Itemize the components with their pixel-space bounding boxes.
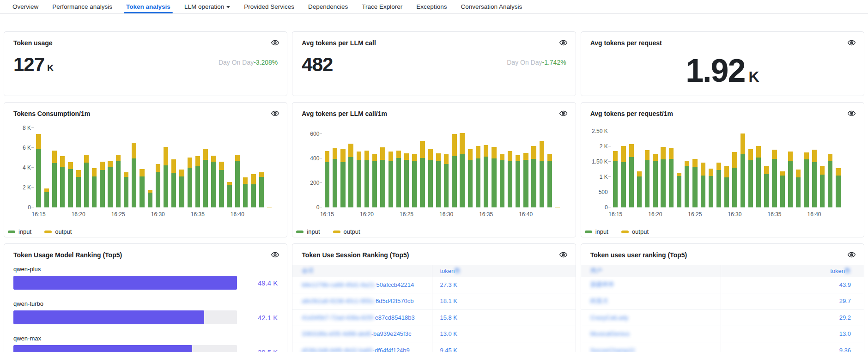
bar-segment-output [259,172,264,177]
session-id-link[interactable]: e87cd85418b3 [375,314,415,321]
legend-item-input[interactable]: input [296,228,320,235]
y-axis-tick-label: 8 K [12,125,31,131]
bar-segment-input [629,157,634,207]
user-name-link-blurred[interactable]: 新疆烤串 [590,280,614,289]
bar-segment-input [613,161,618,207]
bar-slot [627,124,635,207]
tab-provided-services[interactable]: Provided Services [237,0,301,13]
stacked-bar [380,147,385,207]
tab-exceptions[interactable]: Exceptions [409,0,454,13]
tab-token-analysis[interactable]: Token analysis [119,0,177,13]
tab-label: LLM operation [184,3,224,10]
token-count: 29.2 [839,314,851,321]
user-name-link-blurred[interactable]: SoccerChamp22 [590,347,635,352]
bar-segment-output [804,152,808,159]
chart-plot[interactable]: 020040060016:1516:2016:2516:3016:3516:40 [323,124,561,207]
bar-segment-output [219,162,224,170]
name-cell: 336318fa-ef35-4d98-abd5-ba939e245f3c [292,326,432,342]
column-header: 会话 [292,265,432,277]
stacked-bar [724,166,729,207]
eye-icon [847,250,856,259]
ranking-bar-fill[interactable] [13,345,192,352]
tab-overview[interactable]: Overview [6,0,45,13]
bar-segment-output [748,149,753,160]
legend-item-output[interactable]: output [44,228,72,235]
bar-segment-input [333,159,337,207]
bar-segment-input [508,161,512,207]
tab-performance-analysis[interactable]: Performance analysis [45,0,119,13]
bar-segment-output [492,147,496,158]
chart-plot[interactable]: 05001 K1.50 K2 K2.50 K16:1516:2016:2516:… [612,124,850,207]
stacked-bar [325,151,329,207]
ranking-bar-fill[interactable] [13,276,237,290]
ranking-bar-fill[interactable] [13,310,204,324]
legend-item-input[interactable]: input [585,228,608,235]
stacked-bar [251,174,255,207]
column-header-text-blurred: 会话 [302,267,314,275]
preview-eye-button[interactable] [269,108,280,119]
stacked-bar [68,162,73,207]
tab-conversation-analysis[interactable]: Conversation Analysis [454,0,529,13]
stacked-bar [692,159,697,207]
stacked-bar [92,168,97,207]
bar-segment-output [36,134,41,149]
bar-segment-output [732,152,737,168]
stacked-bar [396,151,401,207]
bar-segment-output [709,169,713,176]
preview-eye-button[interactable] [846,108,857,119]
legend-item-output[interactable]: output [333,228,360,235]
legend-item-output[interactable]: output [621,228,649,235]
ranking-bar-track [13,276,237,290]
bar-segment-input [203,160,208,207]
user-ranking-table: 用户token数新疆烤串43.9柯基犬29.7CrazyCatLady29.2M… [581,265,864,352]
user-name-link-blurred[interactable]: MusicalGenius [590,330,630,337]
bar-chart[interactable]: 020040060016:1516:2016:2516:3016:3516:40… [302,122,566,235]
tab-trace-explorer[interactable]: Trace Explorer [355,0,409,13]
legend-item-input[interactable]: input [8,228,31,235]
preview-eye-button[interactable] [846,249,857,260]
y-axis-tick-label: 0 [301,204,319,211]
bar-segment-input [412,161,417,207]
user-name-link-blurred[interactable]: CrazyCatLady [590,314,628,321]
stacked-bar [709,169,713,207]
session-id-link[interactable]: 6d5d42f570cb [376,297,413,304]
token-count: 15.8 K [440,314,457,321]
stacked-bar [828,154,832,207]
preview-eye-button[interactable] [846,37,857,48]
stacked-bar [227,182,232,207]
tab-llm-operation[interactable]: LLM operation [177,0,237,13]
bar-segment-output [756,146,761,158]
session-id-link[interactable]: 50afccb42214 [376,281,414,288]
bar-segment-output [788,152,793,161]
user-name-link-blurred[interactable]: 柯基犬 [590,297,608,305]
stacked-bar [492,147,496,207]
bar-slot [802,124,810,207]
bar-segment-output [195,156,200,166]
preview-eye-button[interactable] [558,108,569,119]
card-title: Token Use Session Ranking (Top5) [302,251,409,259]
bar-slot [106,124,114,207]
bar-segment-output [333,148,337,159]
bar-slot [59,124,67,207]
preview-eye-button[interactable] [269,37,280,48]
chart-plot[interactable]: 02 K4 K6 K8 K16:1516:2016:2516:3016:3516… [35,124,273,207]
session-id-link[interactable]: -df64f4f124b9 [373,347,410,352]
bar-segment-input [396,158,401,207]
bar-segment-output [364,151,369,160]
bar-slot [506,124,514,207]
bar-chart[interactable]: 05001 K1.50 K2 K2.50 K16:1516:2016:2516:… [590,122,855,235]
bar-segment-output [468,149,473,160]
tab-dependencies[interactable]: Dependencies [301,0,355,13]
bar-segment-input [444,164,449,207]
bar-segment-output [357,152,361,160]
preview-eye-button[interactable] [269,249,280,260]
name-cell: 柯基犬 [581,293,721,310]
legend-label: input [307,228,320,235]
tab-label: Exceptions [416,3,447,10]
preview-eye-button[interactable] [558,37,569,48]
preview-eye-button[interactable] [558,249,569,260]
bar-chart[interactable]: 02 K4 K6 K8 K16:1516:2016:2516:3016:3516… [13,122,278,235]
bar-slot [225,124,233,207]
session-id-link[interactable]: -ba939e245f3c [371,330,412,337]
bar-slot [795,124,802,207]
